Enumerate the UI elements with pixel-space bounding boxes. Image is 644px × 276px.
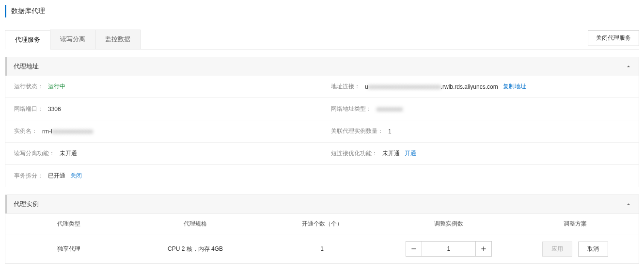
plus-button[interactable] bbox=[475, 241, 492, 257]
cancel-button[interactable]: 取消 bbox=[578, 242, 608, 257]
short-conn-cell: 短连接优化功能： 未开通 开通 bbox=[322, 143, 639, 164]
table-row: 独享代理 CPU 2 核，内存 4GB 1 1 bbox=[5, 234, 639, 263]
net-type-label: 网络地址类型： bbox=[331, 105, 372, 113]
instance-name-value: rm-lxxxxxxxxxxxxxx bbox=[42, 128, 93, 135]
panel-proxy-address-title: 代理地址 bbox=[14, 62, 39, 71]
tx-split-close-link[interactable]: 关闭 bbox=[70, 172, 82, 180]
net-type-cell: 网络地址类型： xxxxxxxxx bbox=[322, 98, 639, 120]
instance-name-label: 实例名： bbox=[14, 127, 37, 135]
assoc-count-label: 关联代理实例数量： bbox=[331, 127, 383, 135]
quantity-stepper: 1 bbox=[400, 241, 497, 257]
tab-bar: 代理服务 读写分离 监控数据 关闭代理服务 bbox=[5, 30, 639, 49]
empty-cell bbox=[322, 165, 639, 187]
col-adjust: 调整实例数 bbox=[385, 220, 512, 228]
assoc-count-cell: 关联代理实例数量： 1 bbox=[322, 120, 639, 142]
col-type: 代理类型 bbox=[5, 220, 132, 228]
short-conn-label: 短连接优化功能： bbox=[331, 149, 377, 158]
chevron-up-icon bbox=[625, 63, 632, 70]
apply-button[interactable]: 应用 bbox=[542, 242, 572, 257]
close-proxy-button[interactable]: 关闭代理服务 bbox=[588, 30, 639, 46]
address-suffix: .rwlb.rds.aliyuncs.com bbox=[441, 83, 498, 90]
panel-proxy-address: 代理地址 运行状态： 运行中 地址连接： uxxxxxxxxxxxxxxxxxx… bbox=[5, 57, 639, 187]
tab-rw-split[interactable]: 读写分离 bbox=[50, 30, 95, 49]
instance-prefix: rm-l bbox=[42, 128, 52, 135]
address-value: uxxxxxxxxxxxxxxxxxxxxxxxxx.rwlb.rds.aliy… bbox=[365, 83, 498, 90]
cell-adjust: 1 bbox=[385, 241, 512, 257]
panel-proxy-instance: 代理实例 代理类型 代理规格 开通个数（个） 调整实例数 调整方案 独享代理 C… bbox=[5, 195, 639, 264]
assoc-count-value: 1 bbox=[388, 128, 392, 135]
address-hidden: xxxxxxxxxxxxxxxxxxxxxxxxx bbox=[368, 83, 441, 90]
port-value: 3306 bbox=[48, 106, 61, 113]
plus-icon bbox=[480, 245, 487, 252]
col-spec: 代理规格 bbox=[132, 220, 258, 228]
minus-button[interactable] bbox=[406, 241, 422, 257]
cell-spec: CPU 2 核，内存 4GB bbox=[132, 245, 258, 253]
status-label: 运行状态： bbox=[14, 82, 43, 91]
col-count: 开通个数（个） bbox=[259, 220, 385, 228]
address-prefix: u bbox=[365, 83, 368, 90]
instance-hidden: xxxxxxxxxxxxxx bbox=[52, 128, 93, 135]
status-cell: 运行状态： 运行中 bbox=[5, 76, 322, 97]
tx-split-label: 事务拆分： bbox=[14, 172, 43, 180]
chevron-up-icon bbox=[625, 201, 632, 208]
short-conn-open-link[interactable]: 开通 bbox=[405, 149, 416, 158]
table-header: 代理类型 代理规格 开通个数（个） 调整实例数 调整方案 bbox=[5, 213, 639, 234]
address-cell: 地址连接： uxxxxxxxxxxxxxxxxxxxxxxxxx.rwlb.rd… bbox=[322, 76, 639, 97]
panel-proxy-address-header[interactable]: 代理地址 bbox=[5, 57, 639, 76]
stepper-value: 1 bbox=[422, 241, 475, 257]
rw-split-label: 读写分离功能： bbox=[14, 149, 55, 158]
status-value: 运行中 bbox=[48, 82, 65, 91]
tab-monitor[interactable]: 监控数据 bbox=[95, 30, 141, 49]
copy-address-link[interactable]: 复制地址 bbox=[503, 82, 526, 91]
svg-rect-0 bbox=[411, 248, 416, 249]
address-label: 地址连接： bbox=[331, 82, 360, 91]
instance-name-cell: 实例名： rm-lxxxxxxxxxxxxxx bbox=[5, 120, 322, 142]
rw-split-value: 未开通 bbox=[60, 149, 77, 158]
rw-split-cell: 读写分离功能： 未开通 bbox=[5, 143, 322, 164]
cell-count: 1 bbox=[259, 245, 385, 252]
panel-proxy-instance-title: 代理实例 bbox=[14, 200, 39, 209]
short-conn-value: 未开通 bbox=[382, 149, 400, 158]
tab-proxy-service[interactable]: 代理服务 bbox=[5, 30, 50, 49]
tx-split-cell: 事务拆分： 已开通 关闭 bbox=[5, 165, 322, 187]
panel-proxy-instance-header[interactable]: 代理实例 bbox=[5, 195, 639, 213]
port-cell: 网络端口： 3306 bbox=[5, 98, 322, 120]
svg-rect-2 bbox=[483, 246, 484, 251]
port-label: 网络端口： bbox=[14, 105, 43, 113]
cell-type: 独享代理 bbox=[5, 245, 132, 253]
minus-icon bbox=[410, 245, 417, 252]
page-title: 数据库代理 bbox=[5, 5, 639, 17]
col-plan: 调整方案 bbox=[512, 220, 639, 228]
cell-plan: 应用 取消 bbox=[512, 242, 639, 257]
tx-split-value: 已开通 bbox=[48, 172, 65, 180]
net-type-value: xxxxxxxxx bbox=[377, 106, 403, 113]
